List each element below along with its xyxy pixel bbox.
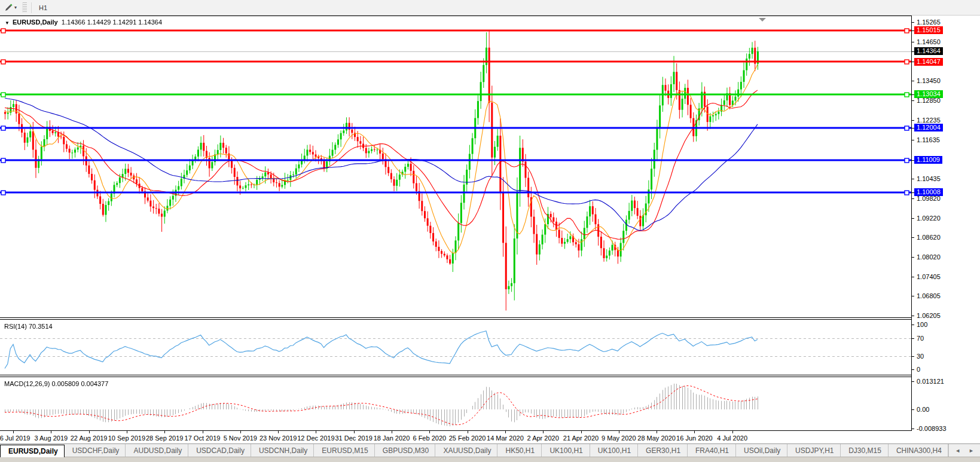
axis-tick-mark — [912, 381, 914, 382]
price-tick-label: 1.10435 — [917, 175, 941, 183]
axis-tick-mark — [912, 218, 914, 219]
rsi-tick-label: 30 — [917, 353, 924, 360]
time-axis[interactable]: 16 Jul 20193 Aug 201922 Aug 201910 Sep 2… — [0, 431, 980, 443]
chart-tab-bar: EURUSD,DailyUSDCHF,DailyAUDUSD,DailyUSDC… — [0, 443, 980, 457]
chart-tab-gbpusd-m30[interactable]: GBPUSD,M30 — [375, 444, 436, 457]
macd-tick-label: 0.00 — [917, 406, 929, 414]
date-label: 3 Aug 2019 — [34, 435, 68, 442]
price-tick-label: 1.07405 — [917, 273, 941, 281]
date-tick-mark — [203, 431, 203, 433]
chart-tab-usdcad-daily[interactable]: USDCAD,Daily — [188, 444, 251, 457]
chart-tab-audusd-daily[interactable]: AUDUSD,Daily — [126, 444, 188, 457]
chart-tab-xauusd-daily[interactable]: XAUUSD,Daily — [435, 444, 497, 457]
tab-scroll-right-icon[interactable]: ► — [969, 448, 974, 454]
date-label: 4 Jul 2020 — [717, 435, 747, 442]
date-label: 12 Dec 2019 — [297, 435, 334, 442]
chart-ohlc-values: 1.14366 1.14429 1.14291 1.14364 — [62, 19, 162, 26]
tab-scroll-nav: ◄► — [948, 444, 980, 457]
line-price-badge: 1.12004 — [914, 124, 943, 131]
date-label: 21 Apr 2020 — [563, 435, 599, 442]
rsi-indicator-canvas[interactable] — [0, 320, 911, 375]
axis-tick-mark — [912, 409, 914, 410]
rsi-tick-label: 0 — [917, 366, 920, 374]
chart-tab-hk50-h1[interactable]: HK50,H1 — [497, 444, 542, 457]
date-label: 17 Oct 2019 — [185, 435, 221, 442]
axis-tick-mark — [912, 120, 914, 121]
macd-tick-label: 0.013121 — [917, 378, 944, 385]
axis-tick-mark — [912, 81, 914, 81]
chart-tab-eurusd-m15[interactable]: EURUSD,M15 — [314, 444, 375, 457]
date-label: 6 Feb 2020 — [413, 435, 446, 442]
chart-tab-uk100-h1[interactable]: UK100,H1 — [590, 444, 638, 457]
date-tick-mark — [619, 431, 619, 433]
date-label: 5 Nov 2019 — [224, 435, 257, 442]
mt4-window: ▾ M1M5M15M30H1H4D1W1MN ▼EURUSD,Daily 1.1… — [0, 0, 980, 462]
chart-symbol-label: EURUSD,Daily — [13, 19, 58, 26]
price-tick-label: 1.06805 — [917, 292, 941, 300]
date-tick-mark — [505, 431, 506, 433]
chart-tab-dj30-m15[interactable]: DJ30,M15 — [841, 444, 889, 457]
macd-indicator-canvas[interactable] — [0, 377, 911, 430]
main-chart-canvas[interactable] — [0, 16, 911, 317]
date-label: 25 Feb 2020 — [449, 435, 486, 442]
chart-tab-uk100-h1[interactable]: UK100,H1 — [542, 444, 590, 457]
axis-tick-mark — [912, 429, 914, 429]
price-tick-label: 1.06205 — [917, 312, 941, 320]
date-tick-mark — [51, 431, 51, 433]
status-bar — [0, 457, 980, 462]
chart-tab-usdchf-daily[interactable]: USDCHF,Daily — [65, 444, 126, 457]
chart-title[interactable]: ▼EURUSD,Daily 1.14366 1.14429 1.14291 1.… — [5, 19, 162, 26]
date-label: 16 Jun 2020 — [676, 435, 713, 442]
axis-tick-mark — [912, 369, 914, 370]
axis-tick-mark — [912, 42, 914, 42]
axis-tick-mark — [912, 257, 914, 258]
chart-tab-china300-h4[interactable]: CHINA300,H4 — [889, 444, 948, 457]
line-price-badge: 1.15015 — [914, 26, 943, 34]
rsi-tick-label: 100 — [917, 321, 927, 329]
date-tick-mark — [732, 431, 733, 433]
date-label: 18 Jan 2020 — [374, 435, 410, 442]
price-tick-label: 1.09220 — [917, 215, 941, 222]
axis-tick-mark — [912, 325, 914, 325]
price-tick-label: 1.15265 — [917, 19, 941, 26]
date-tick-mark — [240, 431, 241, 433]
chart-dropdown-icon[interactable]: ▼ — [5, 20, 10, 26]
chart-tab-eurusd-daily[interactable]: EURUSD,Daily — [0, 445, 65, 457]
price-axis[interactable]: 1.152651.146501.134501.128501.122351.116… — [912, 16, 980, 431]
axis-tick-mark — [912, 179, 914, 179]
date-tick-mark — [543, 431, 544, 433]
main-panel-bottom-border[interactable] — [0, 317, 911, 318]
pen-cursor-icon[interactable] — [2, 2, 14, 13]
date-tick-mark — [89, 431, 90, 433]
chart-tab-usoil-daily[interactable]: USOil,Daily — [736, 444, 787, 457]
rsi-panel-bottom-border[interactable] — [0, 375, 911, 375]
date-label: 31 Dec 2019 — [335, 435, 372, 442]
tool-dropdown-caret[interactable]: ▾ — [14, 5, 17, 10]
date-tick-mark — [429, 431, 430, 433]
price-tick-label: 1.14650 — [917, 38, 941, 46]
toolbar-grip[interactable] — [22, 2, 27, 13]
timeframe-button-h1[interactable]: H1 — [34, 2, 56, 14]
axis-tick-mark — [912, 140, 914, 140]
chart-tab-fra40-h1[interactable]: FRA40,H1 — [688, 444, 736, 457]
date-tick-mark — [354, 431, 355, 433]
axis-tick-mark — [912, 198, 914, 199]
chart-tab-ger30-h1[interactable]: GER30,H1 — [638, 444, 688, 457]
date-tick-mark — [468, 431, 468, 433]
toolbar-separator — [31, 2, 32, 13]
price-tick-label: 1.08620 — [917, 234, 941, 241]
date-label: 23 Nov 2019 — [259, 435, 297, 442]
date-tick-mark — [581, 431, 582, 433]
date-label: 22 Aug 2019 — [71, 435, 108, 442]
date-tick-mark — [694, 431, 695, 433]
tab-scroll-left-icon[interactable]: ◄ — [955, 448, 960, 454]
date-tick-mark — [657, 431, 657, 433]
date-tick-mark — [127, 431, 127, 433]
axis-tick-mark — [912, 22, 914, 23]
price-tick-label: 1.13450 — [917, 77, 941, 85]
rsi-tick-label: 70 — [917, 335, 924, 342]
chart-tab-usdcnh-daily[interactable]: USDCNH,Daily — [251, 444, 314, 457]
chart-tab-usdjpy-h1[interactable]: USDJPY,H1 — [787, 444, 841, 457]
axis-tick-mark — [912, 338, 914, 339]
axis-tick-mark — [912, 356, 914, 357]
